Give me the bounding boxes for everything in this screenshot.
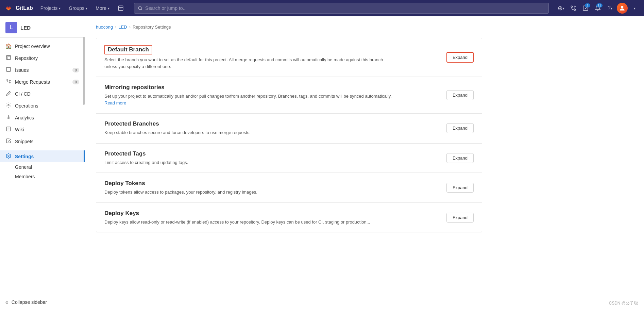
- svg-point-13: [7, 80, 8, 81]
- repository-icon: [5, 55, 12, 61]
- svg-point-15: [8, 104, 9, 106]
- home-icon: 🏠: [5, 43, 12, 49]
- sidebar-bottom: « Collapse sidebar: [0, 293, 85, 311]
- expand-protected-tags-button[interactable]: Expand: [446, 153, 474, 163]
- sidebar-nav: 🏠 Project overview Repository Issues 0: [0, 38, 85, 293]
- notifications-badge: 11: [596, 3, 603, 7]
- section-deploy-keys-title: Deploy Keys: [104, 210, 370, 217]
- user-avatar[interactable]: [617, 3, 628, 14]
- collapse-sidebar-button[interactable]: « Collapse sidebar: [5, 297, 79, 307]
- sidebar-divider: [0, 149, 85, 149]
- top-navigation: GitLab Projects ▾ Groups ▾ More ▾ Search…: [0, 0, 644, 16]
- sidebar-subitem-general[interactable]: General: [15, 162, 85, 172]
- section-deploy-tokens-content: Deploy Tokens Deploy tokens allow access…: [104, 180, 257, 196]
- snippets-icon: [5, 138, 12, 145]
- sidebar-label-wiki: Wiki: [15, 127, 79, 132]
- sidebar-subitem-members[interactable]: Members: [15, 172, 85, 181]
- issues-badge: 0: [72, 68, 79, 72]
- section-deploy-keys: Deploy Keys Deploy keys allow read-only …: [96, 203, 482, 232]
- settings-subitems: General Members: [0, 162, 85, 181]
- collapse-label: Collapse sidebar: [12, 299, 47, 305]
- expand-mirroring-button[interactable]: Expand: [446, 90, 474, 100]
- breadcrumb: huocong › LED › Repository Settings: [96, 24, 482, 30]
- sidebar-item-repository[interactable]: Repository: [0, 52, 85, 64]
- sidebar-item-issues[interactable]: Issues 0: [0, 64, 85, 76]
- sidebar-label-operations: Operations: [15, 103, 79, 109]
- svg-point-8: [621, 6, 624, 8]
- section-protected-branches-desc: Keep stable branches secure and force de…: [104, 129, 251, 136]
- section-protected-tags-title: Protected Tags: [104, 150, 188, 157]
- new-item-button[interactable]: ⊕ ▾: [556, 3, 566, 14]
- gitlab-logo[interactable]: GitLab: [4, 4, 33, 13]
- section-mirroring-title: Mirroring repositories: [104, 84, 397, 91]
- breadcrumb-led[interactable]: LED: [118, 24, 127, 30]
- nav-icons: ⊕ ▾ 1 11 ? ▾ ▾: [556, 3, 640, 14]
- expand-deploy-tokens-button[interactable]: Expand: [446, 183, 474, 193]
- sidebar-item-operations[interactable]: Operations: [0, 100, 85, 112]
- gitlab-logo-text: GitLab: [16, 5, 33, 11]
- activity-icon-btn[interactable]: [114, 3, 127, 13]
- sidebar-item-wiki[interactable]: Wiki: [0, 124, 85, 135]
- expand-default-branch-button[interactable]: Expand: [446, 52, 474, 63]
- sidebar-label-issues: Issues: [15, 67, 69, 73]
- more-chevron: ▾: [108, 6, 109, 10]
- more-label: More: [96, 5, 106, 11]
- sidebar-item-settings[interactable]: Settings: [0, 150, 85, 162]
- project-header[interactable]: L LED: [0, 16, 85, 38]
- read-more-link[interactable]: Read more: [104, 100, 126, 105]
- issues-icon: [5, 67, 12, 73]
- merge-requests-button[interactable]: [568, 3, 579, 14]
- sidebar-label-project-overview: Project overview: [15, 44, 79, 49]
- search-placeholder: Search or jump to...: [145, 5, 187, 11]
- section-protected-branches-content: Protected Branches Keep stable branches …: [104, 120, 251, 136]
- section-mirroring-desc: Set up your project to automatically pus…: [104, 93, 397, 106]
- sidebar-label-repository: Repository: [15, 55, 79, 61]
- section-deploy-keys-content: Deploy Keys Deploy keys allow read-only …: [104, 210, 370, 226]
- more-nav[interactable]: More ▾: [92, 3, 113, 13]
- user-menu-chevron[interactable]: ▾: [629, 3, 640, 14]
- sidebar-item-merge-requests[interactable]: Merge Requests 0: [0, 76, 85, 88]
- merge-requests-badge: 0: [72, 80, 79, 84]
- page-layout: L LED 🏠 Project overview Repository Issu…: [0, 0, 644, 311]
- sidebar-label-cicd: CI / CD: [15, 91, 79, 97]
- sidebar-item-analytics[interactable]: Analytics: [0, 112, 85, 124]
- sidebar-label-snippets: Snippets: [15, 139, 79, 144]
- project-initial: L: [10, 24, 13, 31]
- collapse-icon: «: [5, 299, 8, 305]
- sidebar-item-project-overview[interactable]: 🏠 Project overview: [0, 40, 85, 52]
- section-mirroring-content: Mirroring repositories Set up your proje…: [104, 84, 397, 106]
- sidebar-scrollbar[interactable]: [83, 37, 85, 105]
- projects-nav[interactable]: Projects ▾: [37, 3, 64, 13]
- groups-nav[interactable]: Groups ▾: [65, 3, 91, 13]
- sidebar-item-cicd[interactable]: CI / CD: [0, 88, 85, 100]
- section-protected-branches-title: Protected Branches: [104, 120, 251, 127]
- help-button[interactable]: ? ▾: [605, 3, 615, 14]
- project-avatar: L: [5, 22, 17, 33]
- svg-point-6: [574, 9, 576, 11]
- svg-rect-0: [118, 6, 123, 11]
- expand-protected-branches-button[interactable]: Expand: [446, 123, 474, 133]
- search-bar[interactable]: Search or jump to...: [134, 3, 549, 14]
- svg-rect-12: [6, 67, 11, 71]
- sidebar: L LED 🏠 Project overview Repository Issu…: [0, 16, 85, 311]
- watermark: CSDN @公子聪: [607, 300, 640, 307]
- operations-icon: [5, 102, 12, 109]
- settings-sections: Default Branch Select the branch you wan…: [96, 38, 482, 232]
- section-protected-tags-content: Protected Tags Limit access to creating …: [104, 150, 188, 166]
- svg-point-5: [571, 6, 573, 7]
- notifications-button[interactable]: 11: [592, 3, 603, 14]
- breadcrumb-huocong[interactable]: huocong: [96, 24, 113, 30]
- expand-deploy-keys-button[interactable]: Expand: [446, 213, 474, 223]
- todos-button[interactable]: 1: [580, 3, 591, 14]
- projects-label: Projects: [40, 5, 58, 11]
- section-default-branch-desc: Select the branch you want to set as the…: [104, 56, 397, 70]
- groups-label: Groups: [69, 5, 84, 11]
- svg-rect-9: [6, 55, 11, 60]
- section-deploy-tokens: Deploy Tokens Deploy tokens allow access…: [96, 173, 482, 203]
- section-protected-branches: Protected Branches Keep stable branches …: [96, 114, 482, 143]
- settings-icon: [5, 153, 12, 160]
- section-protected-tags: Protected Tags Limit access to creating …: [96, 144, 482, 173]
- sidebar-item-snippets[interactable]: Snippets: [0, 135, 85, 147]
- sidebar-label-merge-requests: Merge Requests: [15, 79, 69, 85]
- breadcrumb-sep-1: ›: [115, 24, 116, 30]
